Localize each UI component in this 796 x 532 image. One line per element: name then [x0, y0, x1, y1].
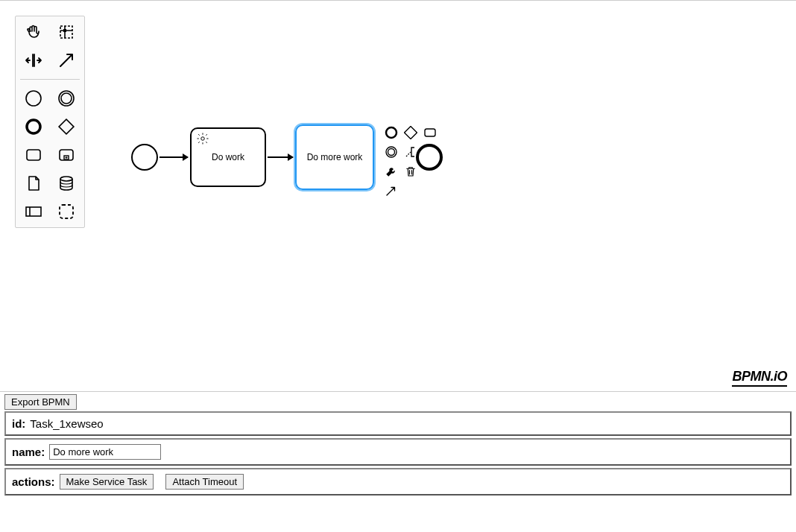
trash-icon [404, 165, 417, 178]
make-service-task-button[interactable]: Make Service Task [60, 474, 154, 490]
append-end-event-preview[interactable] [416, 144, 443, 171]
svg-point-18 [388, 149, 395, 156]
append-task[interactable] [422, 124, 438, 141]
name-input[interactable] [49, 444, 161, 460]
actions-label: actions: [12, 475, 55, 488]
id-value: Task_1xewseo [30, 417, 103, 430]
sequence-flow-1[interactable] [159, 156, 188, 158]
prop-row-id: id: Task_1xewseo [4, 411, 792, 436]
svg-point-14 [386, 127, 397, 138]
wrench-action[interactable] [383, 163, 399, 180]
delete-action[interactable] [402, 163, 419, 180]
task-label: Do more work [307, 152, 363, 162]
gateway-icon [404, 126, 417, 139]
name-label: name: [12, 446, 45, 458]
append-end-event[interactable] [383, 124, 399, 141]
bpmn-io-logo[interactable]: BPMN.iO [732, 369, 787, 387]
append-gateway[interactable] [402, 124, 419, 141]
export-bpmn-button[interactable]: Export BPMN [4, 394, 77, 410]
properties-panel: Export BPMN id: Task_1xewseo name: actio… [4, 394, 792, 498]
svg-rect-15 [405, 127, 417, 139]
app-root: Do work Do more work BPMN.iO [0, 0, 796, 532]
connect-arrow-icon [385, 184, 398, 197]
prop-row-name: name: [4, 438, 792, 466]
end-event-icon [385, 126, 398, 139]
wrench-icon [385, 165, 398, 178]
task-do-more-work[interactable]: Do more work [295, 124, 374, 190]
svg-point-13 [201, 137, 205, 141]
start-event-node[interactable] [131, 144, 158, 171]
append-intermediate-event[interactable] [383, 144, 399, 160]
attach-timeout-button[interactable]: Attach Timeout [165, 474, 244, 490]
connect-action[interactable] [383, 183, 399, 199]
canvas-area[interactable]: Do work Do more work BPMN.iO [0, 1, 796, 392]
diagram-surface[interactable]: Do work Do more work [0, 1, 796, 391]
prop-row-actions: actions: Make Service Task Attach Timeou… [4, 468, 792, 495]
service-task-icon [196, 132, 209, 148]
intermediate-event-icon [385, 145, 398, 159]
task-label: Do work [212, 152, 244, 162]
task-do-work[interactable]: Do work [190, 127, 266, 187]
svg-rect-16 [425, 129, 435, 136]
id-label: id: [12, 417, 25, 430]
task-icon [423, 126, 437, 139]
sequence-flow-2[interactable] [268, 156, 293, 158]
